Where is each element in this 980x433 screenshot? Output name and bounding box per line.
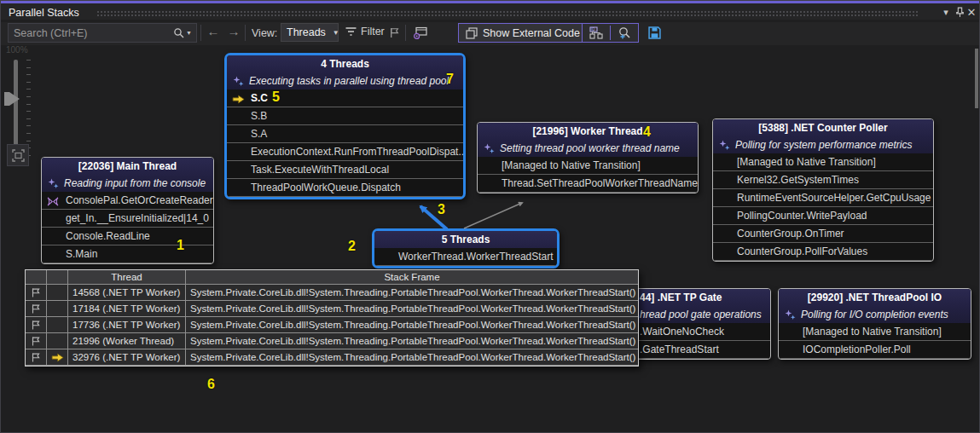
search-icon[interactable]: ▼ [173,27,196,38]
titlebar-drag-dots[interactable] [96,10,918,17]
view-label: View: [252,27,277,39]
stack-frame-label: PollingCounter.WritePayload [737,210,867,222]
stack-frame-cell: System.Private.CoreLib.dll!System.Thread… [186,349,638,366]
save-icon[interactable] [647,26,662,40]
zoom-to-fit-button[interactable] [7,144,29,166]
stack-frame[interactable]: ThreadPoolWorkQueue.Dispatch [227,179,463,197]
stack-box-title: [22036] Main Thread [42,158,213,175]
stack-frame-label: get_In.__EnsureInitialized|14_0 [66,212,209,224]
toolbar-separator [200,25,201,41]
stack-frame-label: .WaitOneNoCheck [640,326,724,338]
show-external-code-button[interactable]: Show External Code [458,23,588,43]
stack-frame-label: Thread.SetThreadPoolWorkerThreadName [502,177,698,189]
column-header-thread[interactable]: Thread [68,270,186,285]
stack-frame[interactable]: Console.ReadLine [42,228,213,245]
flag-cell[interactable] [26,317,47,333]
title-bar: Parallel Stacks ▾ ✕ [1,1,979,20]
toolbar-toggle-group: ID [582,23,639,43]
table-row[interactable]: 17736 (.NET TP Worker)System.Private.Cor… [26,317,638,333]
annotation-number-2: 2 [348,239,356,254]
stack-frame[interactable]: S.A [227,125,463,143]
stack-frame[interactable]: WorkerThread.WorkerThreadStart [374,248,557,266]
column-header-flag[interactable] [26,270,47,285]
subtitle-text: Polling for system performance metrics [735,139,912,151]
stack-frame-label: [Managed to Native Transition] [502,159,641,171]
stack-frame[interactable]: IOCompletionPoller.Poll [779,341,971,359]
zoom-search-icon[interactable] [611,24,638,42]
stack-box-title: [29920] .NET ThreadPool IO [779,289,971,306]
stack-frame[interactable]: [Managed to Native Transition] [713,153,933,171]
stack-frame-label: .GateThreadStart [640,344,719,355]
reader-icon [47,197,59,206]
annotation-number-6: 6 [207,377,215,392]
current-thread-cell [47,333,68,349]
current-thread-cell [47,285,68,301]
zoom-slider-thumb[interactable] [9,92,20,106]
annotation-number-7: 7 [446,72,454,87]
zoom-tick [26,125,31,126]
toggle-diagram-icon[interactable] [413,26,428,40]
scrollbar-thumb[interactable] [975,49,978,108]
stack-frame-cell: System.Private.CoreLib.dll!System.Thread… [186,317,638,333]
method-view-icon[interactable]: ID [583,24,610,42]
stack-box-threadpool-io[interactable]: [29920] .NET ThreadPool IOPolling for I/… [778,288,971,360]
sparkle-icon [233,76,244,87]
stack-frame[interactable]: S.B [227,107,463,125]
stack-frame[interactable]: [Managed to Native Transition] [779,323,971,341]
forward-icon[interactable]: → [226,24,241,38]
sparkle-icon [48,178,59,189]
stack-frame[interactable]: RuntimeEventSourceHelper.GetCpuUsage [713,189,933,207]
stack-frame[interactable]: Kernel32.GetSystemTimes [713,171,933,189]
flag-cell[interactable] [26,349,47,366]
table-row[interactable]: 17184 (.NET TP Worker)System.Private.Cor… [26,301,638,317]
stack-frame-label: S.A [251,128,267,140]
search-dropdown-icon[interactable]: ▼ [186,30,192,36]
stack-box-main-thread[interactable]: [22036] Main ThreadReading input from th… [41,157,214,264]
window-position-icon[interactable]: ▾ [939,5,953,19]
view-dropdown[interactable]: Threads ▼ [281,23,339,42]
search-input[interactable] [9,27,173,39]
zoom-tick [26,133,31,134]
flag-toggle-icon[interactable] [386,26,402,40]
column-header-stack_frame[interactable]: Stack Frame [186,270,638,285]
stack-box-worker-thread[interactable]: [21996] Worker ThreadSetting thread pool… [477,122,699,193]
stack-box-title: [5388] .NET Counter Poller [713,119,933,136]
stack-frame[interactable]: S.C [227,89,463,107]
zoom-slider-track[interactable] [14,60,18,155]
close-icon[interactable]: ✕ [965,5,978,19]
stack-frame-label: [Managed to Native Transition] [737,156,876,168]
stack-frame[interactable]: ExecutionContext.RunFromThreadPoolDispat… [227,143,463,161]
current-thread-cell [47,301,68,317]
stack-frame[interactable]: S.Main [42,245,213,263]
vertical-scrollbar[interactable] [974,47,978,430]
stack-box-four-threads[interactable]: 4 ThreadsExecuting tasks in parallel usi… [224,53,466,199]
stack-frame[interactable]: CounterGroup.OnTimer [713,225,933,243]
stack-box-subtitle: Executing tasks in parallel using thread… [227,72,463,89]
table-row[interactable]: 32976 (.NET TP Worker)System.Private.Cor… [26,349,638,366]
zoom-tick [26,118,31,119]
back-icon[interactable]: ← [206,24,221,38]
column-header-current[interactable] [47,270,68,285]
flag-cell[interactable] [26,333,47,349]
table-row[interactable]: 21996 (Worker Thread)System.Private.Core… [26,333,638,349]
stack-frame[interactable]: ConsolePal.GetOrCreateReader [42,192,213,210]
thread-cell: 32976 (.NET TP Worker) [68,349,186,366]
stack-frame[interactable]: PollingCounter.WritePayload [713,207,933,225]
stack-frame[interactable]: CounterGroup.PollForValues [713,243,933,261]
subtitle-text: Polling for I/O completion events [801,309,948,320]
stack-frame[interactable]: Thread.SetThreadPoolWorkerThreadName [478,175,698,193]
table-row[interactable]: 14568 (.NET TP Worker)System.Private.Cor… [26,285,638,301]
stack-box-five-threads[interactable]: 5 ThreadsWorkerThread.WorkerThreadStart [372,228,560,268]
zoom-tick [26,60,31,61]
stack-frame[interactable]: Task.ExecuteWithThreadLocal [227,161,463,179]
stack-box-counter-poller[interactable]: [5388] .NET Counter PollerPolling for sy… [712,118,934,262]
flag-cell[interactable] [26,285,47,301]
flag-cell[interactable] [26,301,47,317]
stack-frame[interactable]: get_In.__EnsureInitialized|14_0 [42,210,213,228]
stack-box-title: 4 Threads [227,55,463,72]
sparkle-icon [484,143,495,154]
stack-frame[interactable]: [Managed to Native Transition] [478,157,698,175]
current-thread-cell [47,349,68,366]
chevron-down-icon: ▼ [333,29,339,37]
filter-button[interactable]: Filter [345,26,385,38]
